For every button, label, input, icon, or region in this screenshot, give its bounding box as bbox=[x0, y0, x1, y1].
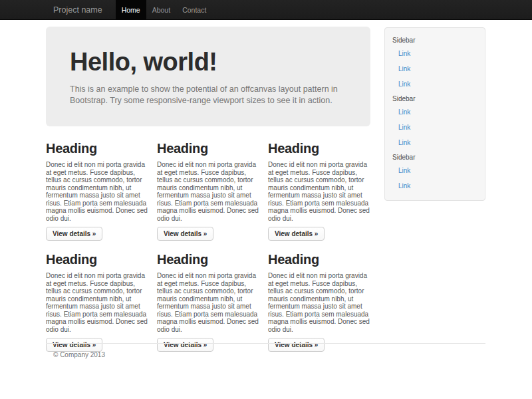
copyright-text: © Company 2013 bbox=[46, 351, 485, 358]
content-card: Heading Donec id elit non mi porta gravi… bbox=[268, 141, 371, 241]
card-body-text: Donec id elit non mi porta gravida at eg… bbox=[157, 272, 260, 333]
sidebar-link[interactable]: Link bbox=[385, 135, 485, 150]
jumbotron: Hello, world! This is an example to show… bbox=[46, 27, 370, 126]
sidebar-link[interactable]: Link bbox=[385, 120, 485, 135]
card-body-text: Donec id elit non mi porta gravida at eg… bbox=[157, 161, 260, 222]
top-navbar: Project name Home About Contact bbox=[0, 0, 532, 20]
card-body-text: Donec id elit non mi porta gravida at eg… bbox=[46, 272, 149, 333]
page-footer: © Company 2013 bbox=[46, 343, 485, 358]
view-details-button[interactable]: View details » bbox=[268, 227, 325, 241]
nav-item-home[interactable]: Home bbox=[116, 0, 146, 20]
sidebar-link[interactable]: Link bbox=[385, 178, 485, 194]
sidebar-link[interactable]: Link bbox=[385, 61, 485, 76]
page-title: Hello, world! bbox=[70, 48, 346, 77]
sidebar-link[interactable]: Link bbox=[385, 76, 485, 92]
sidebar-heading: Sidebar bbox=[385, 150, 485, 163]
page-subtitle: This is an example to show the potential… bbox=[70, 84, 346, 106]
navbar-container: Project name Home About Contact bbox=[40, 0, 212, 19]
card-heading: Heading bbox=[157, 252, 260, 267]
navbar-menu: Home About Contact bbox=[116, 0, 213, 19]
brand-link[interactable]: Project name bbox=[40, 0, 116, 19]
sidebar-link[interactable]: Link bbox=[385, 46, 485, 61]
view-details-button[interactable]: View details » bbox=[46, 227, 102, 241]
sidebar: Sidebar Link Link Link Sidebar Link Link… bbox=[384, 27, 485, 201]
view-details-button[interactable]: View details » bbox=[157, 227, 213, 241]
content-card: Heading Donec id elit non mi porta gravi… bbox=[46, 141, 149, 241]
nav-item-about[interactable]: About bbox=[146, 0, 176, 20]
content-card: Heading Donec id elit non mi porta gravi… bbox=[268, 252, 371, 352]
content-card: Heading Donec id elit non mi porta gravi… bbox=[46, 252, 149, 352]
sidebar-heading: Sidebar bbox=[385, 33, 485, 46]
nav-item-contact[interactable]: Contact bbox=[176, 0, 212, 20]
card-heading: Heading bbox=[157, 141, 260, 156]
card-heading: Heading bbox=[46, 141, 149, 156]
content-grid: Heading Donec id elit non mi porta gravi… bbox=[46, 141, 373, 352]
card-heading: Heading bbox=[268, 252, 371, 267]
sidebar-heading: Sidebar bbox=[385, 92, 485, 104]
card-heading: Heading bbox=[46, 252, 149, 267]
sidebar-link[interactable]: Link bbox=[385, 104, 485, 120]
card-body-text: Donec id elit non mi porta gravida at eg… bbox=[268, 272, 371, 333]
card-heading: Heading bbox=[268, 141, 371, 156]
sidebar-link[interactable]: Link bbox=[385, 163, 485, 178]
content-card: Heading Donec id elit non mi porta gravi… bbox=[157, 141, 260, 241]
content-card: Heading Donec id elit non mi porta gravi… bbox=[157, 252, 260, 352]
card-body-text: Donec id elit non mi porta gravida at eg… bbox=[46, 161, 149, 222]
card-body-text: Donec id elit non mi porta gravida at eg… bbox=[268, 161, 371, 222]
